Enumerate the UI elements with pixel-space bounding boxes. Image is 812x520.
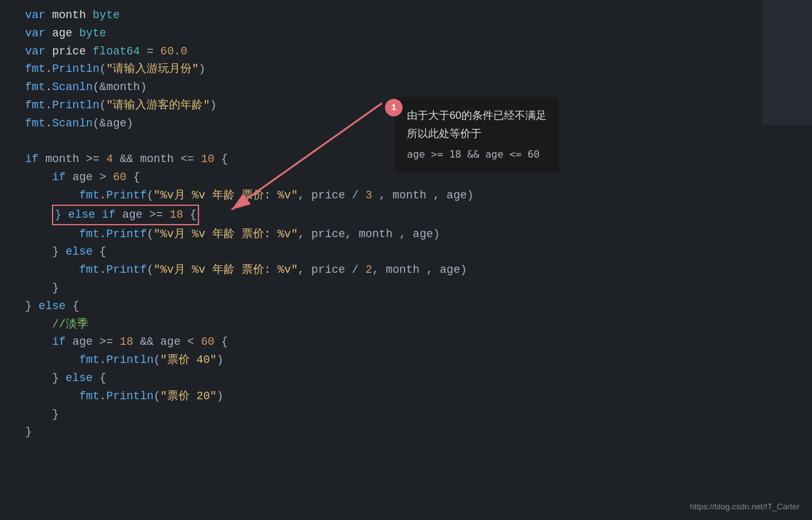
code-line-18: //淡季 [25,315,799,334]
annotation-badge: 1 [385,99,403,116]
tooltip-code: age >= 18 && age <= 60 [407,146,547,163]
code-line-15: fmt.Printf("%v月 %v 年龄 票价: %v", price / 2… [25,261,799,279]
code-line-3: var price float64 = 60.0 [25,43,799,61]
code-line-4: fmt.Println("请输入游玩月份") [25,60,799,78]
code-line-21: } else { [25,369,799,387]
watermark: https://blog.csdn.net/IT_Carter [690,501,799,514]
code-line-11: fmt.Printf("%v月 %v 年龄 票价: %v", price / 3… [25,186,799,205]
thumbnail-sidebar [762,0,812,125]
code-line-16: } [25,279,799,297]
annotation-tooltip: 由于大于60的条件已经不满足 所以此处等价于 age >= 18 && age … [394,97,559,173]
code-line-24: } [25,423,799,441]
code-line-14: } else { [25,243,799,261]
code-line-1: var month byte [25,6,799,24]
code-line-19: if age >= 18 && age < 60 { [25,333,799,351]
code-line-23: } [25,405,799,424]
tooltip-line1: 由于大于60的条件已经不满足 [407,107,547,125]
code-line-22: fmt.Println("票价 20") [25,387,799,405]
code-line-17: } else { [25,297,799,315]
code-line-13: fmt.Printf("%v月 %v 年龄 票价: %v", price, mo… [25,225,799,243]
code-editor: var month byte var age byte var price fl… [0,0,812,447]
tooltip-line2: 所以此处等价于 [407,125,547,143]
code-line-5: fmt.Scanln(&month) [25,78,799,96]
code-line-2: var age byte [25,24,799,43]
code-line-20: fmt.Println("票价 40") [25,351,799,369]
code-line-12: } else if age >= 18 { [25,205,799,225]
